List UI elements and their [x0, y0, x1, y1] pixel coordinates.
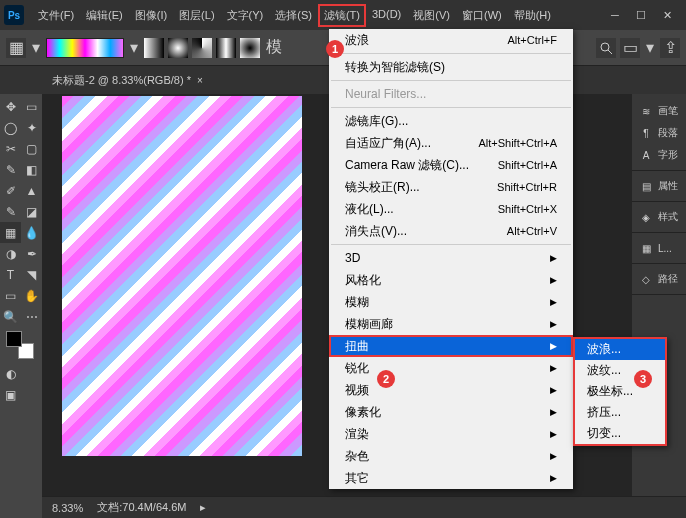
gradient-dropdown[interactable]: ▾: [128, 38, 140, 57]
dd-sharpen[interactable]: 锐化▶: [329, 357, 573, 379]
dd-neural-filters[interactable]: Neural Filters...: [329, 83, 573, 105]
dd-other[interactable]: 其它▶: [329, 467, 573, 489]
document-tab[interactable]: 未标题-2 @ 8.33%(RGB/8) * ×: [44, 69, 211, 92]
panel-paths[interactable]: ◇路径: [632, 268, 686, 290]
dd-lens-correction[interactable]: 镜头校正(R)...Shift+Ctrl+R: [329, 176, 573, 198]
dd-filter-gallery[interactable]: 滤镜库(G)...: [329, 110, 573, 132]
doc-info[interactable]: 文档:70.4M/64.6M: [97, 500, 186, 515]
dd-convert-smart[interactable]: 转换为智能滤镜(S): [329, 56, 573, 78]
lasso-tool[interactable]: ◯: [0, 117, 21, 138]
gradient-radial-icon[interactable]: [168, 38, 188, 58]
status-arrow-icon[interactable]: ▸: [200, 501, 206, 514]
blur-tool[interactable]: 💧: [21, 222, 42, 243]
dd-distort[interactable]: 扭曲▶: [329, 335, 573, 357]
dd-pixelate[interactable]: 像素化▶: [329, 401, 573, 423]
zoom-level[interactable]: 8.33%: [52, 502, 83, 514]
shape-tool[interactable]: ▭: [0, 285, 21, 306]
frame-tool[interactable]: ▢: [21, 138, 42, 159]
document-title: 未标题-2 @ 8.33%(RGB/8) *: [52, 73, 191, 88]
panel-glyphs[interactable]: A字形: [632, 144, 686, 166]
ruler-tool[interactable]: ◧: [21, 159, 42, 180]
hand-tool[interactable]: ✋: [21, 285, 42, 306]
move-tool[interactable]: ✥: [0, 96, 21, 117]
svg-point-0: [601, 43, 609, 51]
artboard-tool[interactable]: ▭: [21, 96, 42, 117]
tool-preset-dropdown[interactable]: ▾: [30, 38, 42, 57]
panel-label: 画笔: [658, 104, 678, 118]
menu-file[interactable]: 文件(F): [32, 4, 80, 27]
quickmask-tool[interactable]: ◐: [0, 363, 21, 384]
menu-filter[interactable]: 滤镜(T): [318, 4, 366, 27]
gradient-preview[interactable]: [46, 38, 124, 58]
panel-properties[interactable]: ▤属性: [632, 175, 686, 197]
close-button[interactable]: ✕: [660, 8, 674, 22]
glyphs-icon: A: [638, 148, 654, 162]
dd-stylize[interactable]: 风格化▶: [329, 269, 573, 291]
menu-bar: Ps 文件(F) 编辑(E) 图像(I) 图层(L) 文字(Y) 选择(S) 滤…: [0, 0, 686, 30]
workspace-dropdown[interactable]: ▾: [644, 38, 656, 57]
minimize-button[interactable]: ─: [608, 8, 622, 22]
submenu-arrow-icon: ▶: [550, 473, 557, 483]
panel-libraries[interactable]: ▦L...: [632, 237, 686, 259]
tool-preset-icon[interactable]: ▦: [6, 38, 26, 58]
share-icon[interactable]: ⇪: [660, 38, 680, 58]
brush-tool[interactable]: ✐: [0, 180, 21, 201]
clone-stamp-tool[interactable]: ▲: [21, 180, 42, 201]
panel-paragraph[interactable]: ¶段落: [632, 122, 686, 144]
eyedropper-tool[interactable]: ✎: [0, 159, 21, 180]
dd-vanishing-point[interactable]: 消失点(V)...Alt+Ctrl+V: [329, 220, 573, 242]
zoom-tool[interactable]: 🔍: [0, 306, 21, 327]
dd-noise[interactable]: 杂色▶: [329, 445, 573, 467]
menu-help[interactable]: 帮助(H): [508, 4, 557, 27]
panel-styles[interactable]: ◈样式: [632, 206, 686, 228]
sub-polar[interactable]: 极坐标...: [575, 381, 665, 402]
gradient-angle-icon[interactable]: [192, 38, 212, 58]
gradient-reflected-icon[interactable]: [216, 38, 236, 58]
dd-adaptive-wide-angle[interactable]: 自适应广角(A)...Alt+Shift+Ctrl+A: [329, 132, 573, 154]
sub-shear[interactable]: 切变...: [575, 423, 665, 444]
dd-3d[interactable]: 3D▶: [329, 247, 573, 269]
sub-pinch[interactable]: 挤压...: [575, 402, 665, 423]
menu-3d[interactable]: 3D(D): [366, 4, 407, 27]
maximize-button[interactable]: ☐: [634, 8, 648, 22]
menu-layer[interactable]: 图层(L): [173, 4, 220, 27]
dd-render[interactable]: 渲染▶: [329, 423, 573, 445]
dd-camera-raw[interactable]: Camera Raw 滤镜(C)...Shift+Ctrl+A: [329, 154, 573, 176]
screen-mode-tool[interactable]: ▣: [0, 384, 21, 405]
pen-tool[interactable]: ✒: [21, 243, 42, 264]
document-canvas[interactable]: [62, 96, 302, 456]
crop-tool[interactable]: ✂: [0, 138, 21, 159]
workspace-icon[interactable]: ▭: [620, 38, 640, 58]
menu-image[interactable]: 图像(I): [129, 4, 173, 27]
type-tool[interactable]: T: [0, 264, 21, 285]
sub-wave[interactable]: 波浪...: [575, 339, 665, 360]
menu-type[interactable]: 文字(Y): [221, 4, 270, 27]
gradient-linear-icon[interactable]: [144, 38, 164, 58]
foreground-color-swatch[interactable]: [6, 331, 22, 347]
gradient-tool[interactable]: ▦: [0, 222, 21, 243]
menu-view[interactable]: 视图(V): [407, 4, 456, 27]
more-tools[interactable]: ⋯: [21, 306, 42, 327]
tab-close-icon[interactable]: ×: [197, 75, 203, 86]
panel-label: 段落: [658, 126, 678, 140]
search-icon[interactable]: [596, 38, 616, 58]
gradient-diamond-icon[interactable]: [240, 38, 260, 58]
menu-window[interactable]: 窗口(W): [456, 4, 508, 27]
menu-edit[interactable]: 编辑(E): [80, 4, 129, 27]
dodge-tool[interactable]: ◑: [0, 243, 21, 264]
history-brush-tool[interactable]: ✎: [0, 201, 21, 222]
distort-submenu: 波浪... 波纹... 极坐标... 挤压... 切变...: [573, 337, 667, 446]
app-logo: Ps: [4, 5, 24, 25]
dd-last-filter[interactable]: 波浪Alt+Ctrl+F: [329, 29, 573, 51]
menu-select[interactable]: 选择(S): [269, 4, 318, 27]
eraser-tool[interactable]: ◪: [21, 201, 42, 222]
dd-liquify[interactable]: 液化(L)...Shift+Ctrl+X: [329, 198, 573, 220]
mode-button[interactable]: 模: [264, 38, 284, 58]
dd-video[interactable]: 视频▶: [329, 379, 573, 401]
panel-brushes[interactable]: ≋画笔: [632, 100, 686, 122]
path-select-tool[interactable]: ◥: [21, 264, 42, 285]
dd-blur-gallery[interactable]: 模糊画廊▶: [329, 313, 573, 335]
dd-blur[interactable]: 模糊▶: [329, 291, 573, 313]
magic-wand-tool[interactable]: ✦: [21, 117, 42, 138]
color-swatches[interactable]: [6, 331, 34, 359]
